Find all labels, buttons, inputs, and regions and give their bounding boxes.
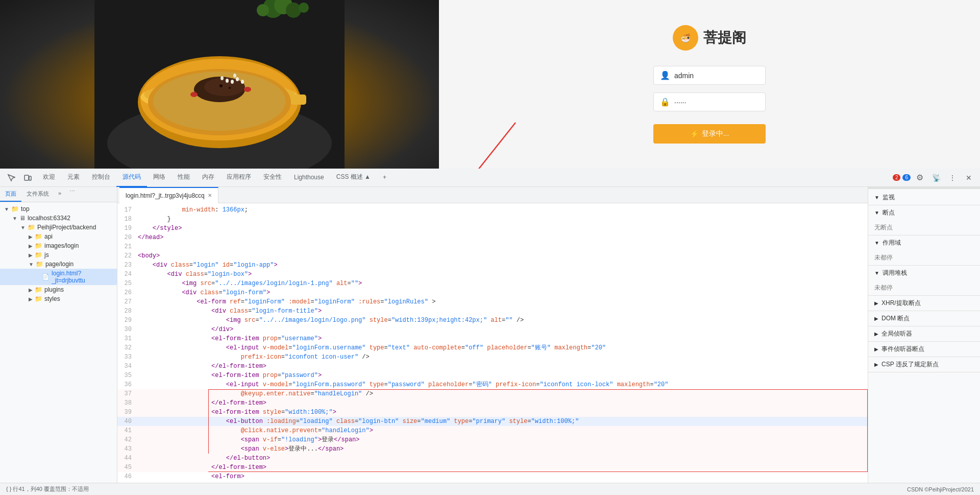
code-line-26: 26 <div class="login-form"> [117,288,868,297]
close-btn[interactable]: ✕ [962,171,976,185]
global-listeners-section: ▶ 全局侦听器 [868,326,980,342]
devtools-right-controls: 2 6 ⚙ 📡 ⋮ ✕ [893,171,976,185]
tab-sources[interactable]: 源代码 [116,169,147,187]
tree-item-project[interactable]: ▼ 📁 PeihjiProject/backend [0,223,117,232]
tab-network[interactable]: 网络 [147,169,172,187]
callstack-section: ▼ 调用堆栈 未都停 [868,266,980,296]
svg-point-10 [231,80,234,84]
devtools-tabs: 欢迎 元素 控制台 源代码 网络 性能 内存 应用程序 [37,169,891,187]
close-tab-icon[interactable]: ✕ [208,193,212,198]
tab-add[interactable]: + [377,169,393,187]
watch-header[interactable]: ▼ 监视 [868,190,980,205]
line-content: @click.native.prevent="handleLogin"> [138,426,868,435]
event-listeners-section: ▶ 事件侦听器断点 [868,342,980,357]
line-content: <el-form-item style="width:100%;"> [138,408,868,417]
chevron-down-icon: ▼ [29,262,34,267]
tree-item-top[interactable]: ▼ 📁 top [0,204,117,214]
line-content: <img src="../../images/login/logo.png" s… [138,316,868,325]
tree-item-plugins[interactable]: ▶ 📁 plugins [0,285,117,294]
tree-item-login-html[interactable]: ▶ 📄 login.html?_jt=drjbuvttu [0,269,117,285]
inspect-element-btn[interactable] [4,171,18,185]
user-icon: 👤 [660,70,670,80]
tree-item-localhost[interactable]: ▼ 🖥 localhost:63342 [0,214,117,223]
device-icon [23,174,32,182]
tab-console[interactable]: 控制台 [86,169,116,187]
line-number: 44 [117,454,138,463]
settings-btn[interactable]: ⚙ [913,171,927,185]
svg-point-24 [219,84,223,87]
tab-performance[interactable]: 性能 [172,169,196,187]
tab-elements[interactable]: 元素 [61,169,86,187]
customize-btn[interactable]: ⋮ [945,171,960,185]
password-value: ······ [674,98,686,106]
tab-css-overview[interactable]: CSS 概述 ▲ [330,169,377,187]
code-line-18: 18 } [117,215,868,224]
callstack-not-paused-text: 未都停 [868,280,980,295]
folder-icon: 📁 [35,295,42,302]
line-content: prefix-icon="iconfont icon-user" /> [138,352,868,362]
line-number: 43 [117,444,138,454]
file-icon: 📄 [42,273,50,280]
code-line-29: 29 <img src="../../images/login/logo.png… [117,316,868,325]
line-number: 38 [117,398,138,408]
event-listeners-header[interactable]: ▶ 事件侦听器断点 [868,342,980,357]
lock-icon: 🔒 [660,97,670,107]
svg-rect-30 [24,175,29,180]
code-editor[interactable]: 17 min-width: 1366px; 18 } 19 </style> [117,203,868,483]
tree-label-styles: styles [44,295,60,302]
global-listeners-header[interactable]: ▶ 全局侦听器 [868,326,980,341]
broadcast-btn[interactable]: 📡 [929,171,943,185]
tab-lighthouse[interactable]: Lighthouse [288,169,330,187]
tree-item-images[interactable]: ▶ 📁 images/login [0,241,117,250]
sidebar-tab-filesystem[interactable]: 文件系统 [21,187,54,202]
line-number: 28 [117,307,138,316]
devtools-main: 页面 文件系统 » ⋯ ▼ 📁 top ▼ [0,187,980,483]
login-button[interactable]: ⚡ 登录中... [653,124,766,144]
code-line-23: 23 <div class="login" id="login-app"> [117,261,868,270]
chevron-right-icon: ▶ [874,331,878,337]
tree-item-api[interactable]: ▶ 📁 api [0,232,117,241]
csp-header[interactable]: ▶ CSP 违反了规定新点 [868,357,980,372]
line-number: 45 [117,463,138,472]
code-line-35: 35 <el-form-item prop="password"> [117,371,868,380]
tree-item-js[interactable]: ▶ 📁 js [0,250,117,260]
devtools-topbar: 欢迎 元素 控制台 源代码 网络 性能 内存 应用程序 [0,169,980,187]
line-number: 37 [117,389,138,398]
breakpoints-section: ▼ 断点 无断点 [868,205,980,235]
sidebar-tab-page[interactable]: 页面 [0,187,21,202]
tree-item-page-login[interactable]: ▼ 📁 page/login [0,260,117,269]
tree-label-login-html: login.html?_jt=drjbuvttu [52,270,113,284]
code-tab-login-html[interactable]: login.html?_jt..trgp3vj4ju8ccq ✕ [119,187,218,203]
folder-icon: 📁 [35,233,42,240]
password-field[interactable]: 🔒 ······ [653,92,766,111]
tab-application[interactable]: 应用程序 [220,169,257,187]
chevron-right-icon: ▶ [874,362,878,367]
dom-header[interactable]: ▶ DOM 断点 [868,311,980,326]
username-field[interactable]: 👤 admin [653,66,766,85]
tab-memory[interactable]: 内存 [196,169,220,187]
sidebar-more-btn[interactable]: » [54,187,65,202]
tree-item-styles[interactable]: ▶ 📁 styles [0,294,117,303]
breakpoints-label: 断点 [883,208,895,217]
chevron-down-icon: ▼ [874,270,879,276]
svg-point-13 [241,80,244,84]
chevron-down-icon: ▼ [874,240,879,246]
line-content: </div> [138,325,868,334]
callstack-header[interactable]: ▼ 调用堆栈 [868,266,980,280]
breakpoints-header[interactable]: ▼ 断点 [868,205,980,220]
svg-point-16 [244,87,251,92]
line-content: <el-input v-model="loginForm.password" t… [138,380,868,389]
login-button-label: 登录中... [702,129,729,138]
tab-welcome[interactable]: 欢迎 [37,169,61,187]
sidebar-options-btn[interactable]: ⋯ [65,187,79,202]
food-illustration [94,0,345,169]
code-tab-label: login.html?_jt..trgp3vj4ju8ccq [126,192,205,199]
scope-header[interactable]: ▼ 作用域 [868,235,980,250]
tab-security[interactable]: 安全性 [257,169,288,187]
logo-icon: 🍜 [673,25,698,51]
xhr-header[interactable]: ▶ XHR/提取断点 [868,296,980,311]
device-toggle-btn[interactable] [20,171,35,185]
tree-label-api: api [44,233,53,240]
svg-rect-31 [29,176,31,180]
line-content: <div class="login-box"> [138,270,868,279]
